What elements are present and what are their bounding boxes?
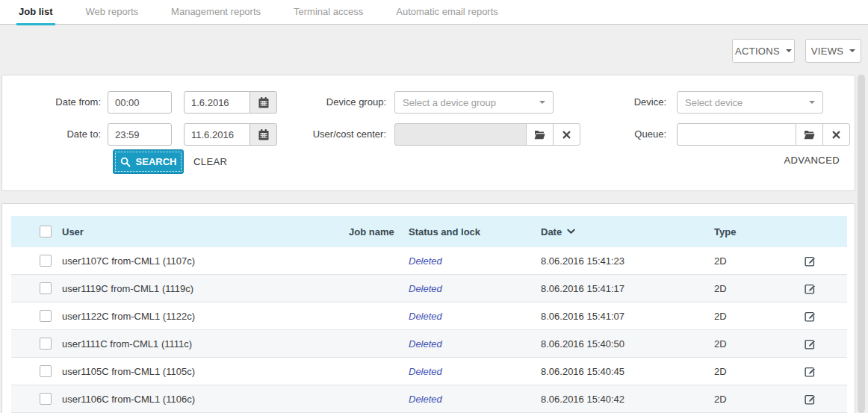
search-button[interactable]: SEARCH (113, 149, 184, 174)
column-header-job-name: Job name (340, 226, 400, 237)
date-to-input[interactable] (184, 123, 250, 146)
user-cell: user1107C from-CML1 (1107c) (53, 255, 340, 267)
calendar-icon (258, 129, 269, 140)
user-cell: user1106C from-CML1 (1106c) (53, 394, 340, 405)
folder-open-icon (534, 130, 545, 140)
status-link[interactable]: Deleted (409, 255, 442, 267)
chevron-down-icon (539, 101, 545, 104)
select-all-checkbox[interactable] (40, 226, 52, 237)
status-link[interactable]: Deleted (409, 338, 442, 350)
tab-bar: Job list Web reports Management reports … (0, 0, 868, 25)
edit-icon[interactable] (805, 366, 816, 377)
user-cost-center-input[interactable] (394, 123, 527, 146)
clear-link[interactable]: CLEAR (193, 149, 227, 174)
date-cell: 8.06.2016 15:40:50 (532, 338, 705, 350)
user-cell: user1105C from-CML1 (1105c) (53, 366, 340, 377)
row-checkbox[interactable] (40, 338, 52, 350)
date-from-input[interactable] (184, 91, 250, 114)
table-row[interactable]: user1106C from-CML1 (1106c) Deleted 8.06… (11, 385, 847, 413)
tab-job-list[interactable]: Job list (19, 0, 53, 25)
time-from-input[interactable] (108, 91, 172, 114)
table-row[interactable]: user1111C from-CML1 (1111c) Deleted 8.06… (11, 330, 847, 358)
tab-web-reports[interactable]: Web reports (86, 0, 139, 25)
user-cell: user1122C from-CML1 (1122c) (53, 311, 340, 322)
row-checkbox[interactable] (40, 393, 52, 405)
close-icon (832, 131, 840, 139)
type-cell: 2D (705, 255, 773, 267)
row-checkbox[interactable] (40, 282, 52, 294)
table-row[interactable]: user1119C from-CML1 (1119c) Deleted 8.06… (11, 275, 847, 302)
tab-management-reports[interactable]: Management reports (171, 0, 261, 25)
queue-input[interactable] (677, 123, 796, 146)
user-cost-center-browse-button[interactable] (526, 123, 554, 146)
date-cell: 8.06.2016 15:41:17 (532, 283, 705, 294)
column-header-type: Type (705, 226, 773, 237)
advanced-link[interactable]: ADVANCED (784, 155, 840, 166)
user-cell: user1119C from-CML1 (1119c) (53, 283, 340, 294)
actions-button[interactable]: ACTIONS (732, 39, 795, 63)
table-row[interactable]: user1107C from-CML1 (1107c) Deleted 8.06… (11, 247, 847, 275)
vertical-scrollbar[interactable] (858, 75, 865, 413)
column-header-status: Status and lock (400, 226, 532, 237)
status-link[interactable]: Deleted (409, 283, 442, 294)
views-button-label: VIEWS (811, 46, 843, 57)
column-header-date-label: Date (541, 226, 562, 237)
queue-label: Queue: (562, 123, 666, 146)
device-group-label: Device group: (271, 91, 386, 114)
job-table: User Job name Status and lock Date Type … (11, 216, 847, 413)
sort-descending-icon (567, 229, 575, 235)
device-select[interactable]: Select device (677, 91, 823, 114)
date-to-group (184, 123, 277, 146)
device-label: Device: (562, 91, 666, 114)
date-cell: 8.06.2016 15:40:42 (532, 394, 705, 405)
user-cost-center-label: User/cost center: (271, 123, 386, 146)
row-checkbox[interactable] (40, 365, 52, 377)
chevron-down-icon (809, 101, 815, 104)
edit-icon[interactable] (805, 311, 816, 322)
table-row[interactable]: user1105C from-CML1 (1105c) Deleted 8.06… (11, 358, 847, 385)
date-from-label: Date from: (2, 91, 101, 114)
device-group-select[interactable]: Select a device group (394, 91, 554, 114)
date-cell: 8.06.2016 15:41:23 (532, 255, 705, 267)
views-button[interactable]: VIEWS (805, 39, 861, 63)
status-link[interactable]: Deleted (409, 311, 442, 322)
tab-automatic-email-reports[interactable]: Automatic email reports (396, 0, 498, 25)
date-cell: 8.06.2016 15:41:07 (532, 311, 705, 322)
type-cell: 2D (705, 338, 773, 350)
date-to-label: Date to: (2, 123, 101, 146)
queue-group (677, 123, 850, 146)
type-cell: 2D (705, 366, 773, 377)
date-cell: 8.06.2016 15:40:45 (532, 366, 705, 377)
edit-icon[interactable] (805, 283, 816, 294)
calendar-icon (258, 97, 269, 108)
search-icon (120, 157, 131, 167)
edit-icon[interactable] (805, 338, 816, 350)
row-checkbox[interactable] (40, 310, 52, 322)
chevron-down-icon (786, 49, 792, 52)
table-row[interactable]: user1122C from-CML1 (1122c) Deleted 8.06… (11, 302, 847, 330)
job-table-card: User Job name Status and lock Date Type … (1, 203, 855, 413)
column-header-user: User (53, 226, 340, 237)
table-header-row: User Job name Status and lock Date Type (11, 216, 847, 247)
type-cell: 2D (705, 283, 773, 294)
queue-clear-button[interactable] (822, 123, 850, 146)
chevron-down-icon (849, 49, 855, 52)
edit-icon[interactable] (805, 255, 816, 267)
tab-terminal-access[interactable]: Terminal access (294, 0, 363, 25)
type-cell: 2D (705, 394, 773, 405)
user-cell: user1111C from-CML1 (1111c) (53, 338, 340, 350)
device-group-placeholder: Select a device group (403, 97, 496, 108)
column-header-date[interactable]: Date (532, 226, 705, 237)
user-cost-center-group (394, 123, 580, 146)
date-from-group (184, 91, 277, 114)
status-link[interactable]: Deleted (409, 394, 442, 405)
status-link[interactable]: Deleted (409, 366, 442, 377)
device-placeholder: Select device (685, 97, 743, 108)
actions-button-label: ACTIONS (735, 46, 780, 57)
row-checkbox[interactable] (40, 255, 52, 267)
edit-icon[interactable] (805, 394, 816, 405)
search-button-label: SEARCH (136, 156, 177, 167)
filter-panel: Date from: Date to: Device group: Select… (1, 75, 855, 191)
time-to-input[interactable] (108, 123, 172, 146)
queue-browse-button[interactable] (796, 123, 823, 146)
